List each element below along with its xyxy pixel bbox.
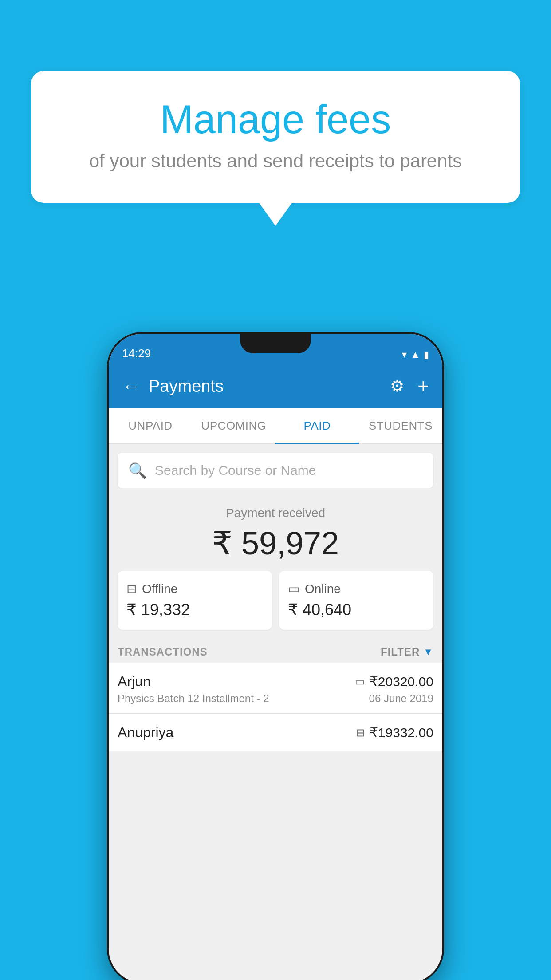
- offline-icon: ⊟: [126, 581, 137, 596]
- search-placeholder-text: Search by Course or Name: [155, 463, 316, 478]
- payment-received-amount: ₹ 59,972: [118, 525, 433, 562]
- tab-students[interactable]: STUDENTS: [359, 408, 442, 443]
- search-bar[interactable]: 🔍 Search by Course or Name: [118, 453, 433, 488]
- bubble-subtitle: of your students and send receipts to pa…: [53, 150, 498, 172]
- signal-icon: ▲: [410, 349, 420, 360]
- payment-cards-row: ⊟ Offline ₹ 19,332 ▭ Online ₹ 40,640: [109, 571, 442, 639]
- table-row[interactable]: Anupriya ⊟ ₹19332.00: [109, 714, 442, 752]
- transactions-label: TRANSACTIONS: [118, 646, 208, 658]
- tab-unpaid[interactable]: UNPAID: [109, 408, 192, 443]
- bubble-title: Manage fees: [53, 98, 498, 142]
- battery-icon: ▮: [424, 349, 429, 360]
- table-row[interactable]: Arjun ▭ ₹20320.00 Physics Batch 12 Insta…: [109, 663, 442, 713]
- online-card: ▭ Online ₹ 40,640: [279, 571, 433, 630]
- transaction-date: 06 June 2019: [369, 692, 433, 705]
- header-actions: ⚙ +: [390, 375, 429, 397]
- app-header: ← Payments ⚙ +: [109, 364, 442, 408]
- tab-upcoming[interactable]: UPCOMING: [192, 408, 276, 443]
- payment-received-label: Payment received: [118, 506, 433, 520]
- content-area: 🔍 Search by Course or Name Payment recei…: [109, 453, 442, 752]
- transaction-amount-wrap: ⊟ ₹19332.00: [356, 725, 433, 740]
- add-icon[interactable]: +: [417, 375, 429, 397]
- back-button[interactable]: ←: [122, 376, 140, 396]
- wifi-icon: ▾: [402, 349, 407, 360]
- cash-payment-icon: ⊟: [356, 727, 365, 739]
- phone-frame: 14:29 ▾ ▲ ▮ ← Payments ⚙ + UNPAID UPCO: [107, 332, 444, 980]
- online-amount: ₹ 40,640: [288, 601, 425, 619]
- transaction-name: Anupriya: [118, 724, 173, 741]
- phone-notch: [240, 334, 311, 353]
- transactions-header: TRANSACTIONS FILTER ▼: [109, 639, 442, 663]
- settings-icon[interactable]: ⚙: [390, 377, 404, 395]
- filter-button[interactable]: FILTER ▼: [381, 646, 433, 658]
- offline-label: Offline: [142, 582, 177, 596]
- search-icon: 🔍: [128, 462, 147, 479]
- online-icon: ▭: [288, 581, 299, 596]
- offline-card: ⊟ Offline ₹ 19,332: [118, 571, 272, 630]
- payment-received-section: Payment received ₹ 59,972: [109, 488, 442, 571]
- filter-icon: ▼: [423, 646, 433, 658]
- transaction-amount-wrap: ▭ ₹20320.00: [355, 674, 433, 689]
- status-time: 14:29: [122, 347, 151, 360]
- status-icons: ▾ ▲ ▮: [402, 349, 429, 360]
- tab-paid[interactable]: PAID: [276, 408, 359, 443]
- card-payment-icon: ▭: [355, 676, 365, 688]
- filter-label: FILTER: [381, 646, 420, 658]
- tabs-bar: UNPAID UPCOMING PAID STUDENTS: [109, 408, 442, 444]
- transaction-name: Arjun: [118, 673, 151, 690]
- transaction-detail: Physics Batch 12 Installment - 2: [118, 692, 269, 705]
- online-label: Online: [305, 582, 341, 596]
- transaction-amount: ₹19332.00: [370, 725, 433, 740]
- speech-bubble: Manage fees of your students and send re…: [31, 71, 520, 203]
- offline-amount: ₹ 19,332: [126, 601, 263, 619]
- transaction-amount: ₹20320.00: [370, 674, 433, 689]
- header-title: Payments: [149, 377, 390, 396]
